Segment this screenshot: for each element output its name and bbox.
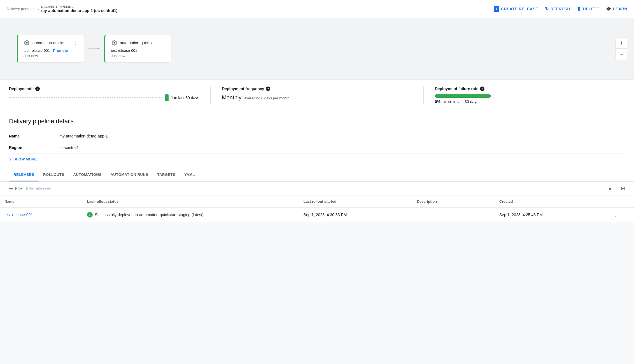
th-created[interactable]: Created ↓ xyxy=(495,195,608,208)
stat-failure: Deployment failure rate ? 0% failure in … xyxy=(424,87,625,104)
failure-text: 0% failure in last 30 days xyxy=(435,99,625,104)
filter-icon: ☰ xyxy=(9,186,13,191)
bar-solid xyxy=(165,94,169,101)
success-check-icon: ✓ xyxy=(87,212,93,218)
th-started: Last rollout started xyxy=(299,195,412,208)
delete-button[interactable]: 🗑 DELETE xyxy=(577,6,599,11)
topbar-actions: + CREATE RELEASE ↻ REFRESH 🗑 DELETE 🎓 LE… xyxy=(494,6,627,12)
stat-deployments: Deployments ? 1 in last 30 days xyxy=(9,87,211,104)
pipeline-node-0: automation-quicks... ⋮ test-release-001 … xyxy=(17,35,84,63)
tab-automations[interactable]: AUTOMATIONS xyxy=(69,168,106,181)
svg-point-7 xyxy=(113,42,115,44)
detail-value-name: my-automation-demo-app-1 xyxy=(59,130,625,142)
release-created-cell: Sep 1, 2023, 4:25:43 PM xyxy=(495,208,608,222)
detail-row-name: Name my-automation-demo-app-1 xyxy=(9,130,625,142)
delete-label: DELETE xyxy=(583,7,599,11)
tab-releases[interactable]: RELEASES xyxy=(9,168,39,181)
th-action xyxy=(608,195,634,208)
deployments-bar: 1 in last 30 days xyxy=(9,94,199,101)
zoom-out-button[interactable]: − xyxy=(616,49,627,60)
breadcrumb-current-sub: my-automation-demo-app-1 (us-central1) xyxy=(41,8,117,13)
status-text: Successfully deployed to automation-quic… xyxy=(95,213,204,217)
zoom-in-button[interactable]: + xyxy=(616,38,627,49)
frequency-help-icon[interactable]: ? xyxy=(266,87,270,91)
topbar: Delivery pipelines › DELIVERY PIPELINE m… xyxy=(0,0,634,18)
th-name: Name xyxy=(0,195,83,208)
learn-icon: 🎓 xyxy=(606,6,612,11)
plus-icon: + xyxy=(494,6,499,12)
breadcrumb-link[interactable]: Delivery pipelines xyxy=(7,7,35,11)
svg-point-2 xyxy=(26,42,28,44)
breadcrumb-separator: › xyxy=(38,6,39,11)
detail-label-region: Region xyxy=(9,142,59,153)
th-status: Last rollout status xyxy=(83,195,299,208)
failure-bar-wrap xyxy=(435,94,491,98)
tabs-bar: RELEASES ROLLOUTS AUTOMATIONS AUTOMATION… xyxy=(0,168,634,182)
chevron-down-icon: ∨ xyxy=(9,157,12,161)
refresh-icon: ↻ xyxy=(545,6,549,11)
detail-row-region: Region us-central1 xyxy=(9,142,625,153)
show-more-button[interactable]: ∨ SHOW MORE xyxy=(9,157,625,161)
zoom-controls: + − xyxy=(616,37,627,60)
filter-left: ☰ Filter Filter releases xyxy=(9,186,51,191)
node-menu-0[interactable]: ⋮ xyxy=(73,40,78,46)
pipeline-canvas: automation-quicks... ⋮ test-release-001 … xyxy=(0,18,634,80)
pipeline-arrow xyxy=(84,46,104,51)
node-release-0: test-release-001 Promote xyxy=(24,48,78,53)
bar-dotted xyxy=(9,97,163,98)
tab-targets[interactable]: TARGETS xyxy=(153,168,180,181)
node-header-0: automation-quicks... ⋮ xyxy=(24,39,78,46)
stat-frequency: Deployment frequency ? Monthly averaging… xyxy=(211,87,423,104)
filter-divider xyxy=(616,185,616,192)
column-settings-icon[interactable]: ⊞ xyxy=(621,185,625,192)
gke-icon-0 xyxy=(24,39,30,46)
create-release-button[interactable]: + CREATE RELEASE xyxy=(494,6,539,12)
th-description: Description xyxy=(412,195,495,208)
node-title-0: automation-quicks... xyxy=(32,41,67,45)
node-release-1: test-release-001 xyxy=(111,48,166,53)
frequency-main: Monthly xyxy=(222,94,241,101)
status-success: ✓ Successfully deployed to automation-qu… xyxy=(87,212,295,218)
node-title-1: automation-quicks... xyxy=(120,41,155,45)
failure-help-icon[interactable]: ? xyxy=(480,87,484,91)
pipeline-node-1: automation-quicks... ⋮ test-release-001 … xyxy=(104,35,171,63)
gke-icon-1 xyxy=(111,39,118,46)
deployments-help-icon[interactable]: ? xyxy=(35,87,40,91)
filter-help-icon[interactable]: ● xyxy=(609,186,612,192)
stat-deployments-label: Deployments ? xyxy=(9,87,199,91)
tab-rollouts[interactable]: ROLLOUTS xyxy=(39,168,69,181)
stat-frequency-label: Deployment frequency ? xyxy=(222,87,412,91)
node-title-row-0: automation-quicks... xyxy=(24,39,67,46)
stat-failure-label: Deployment failure rate ? xyxy=(435,87,625,91)
tab-automation-runs[interactable]: AUTOMATION RUNS xyxy=(106,168,153,181)
detail-value-region: us-central1 xyxy=(59,142,625,153)
detail-label-name: Name xyxy=(9,130,59,142)
stats-row: Deployments ? 1 in last 30 days Deployme… xyxy=(0,80,634,111)
node-time-0: Just now xyxy=(24,54,78,58)
failure-bar-fill xyxy=(435,94,491,98)
filter-input-placeholder[interactable]: Filter releases xyxy=(26,186,51,191)
tab-yaml[interactable]: YAML xyxy=(180,168,199,181)
release-link[interactable]: test-release-001 xyxy=(4,213,33,217)
svg-marker-4 xyxy=(98,48,100,50)
pipeline-nodes: automation-quicks... ⋮ test-release-001 … xyxy=(17,35,171,63)
show-more-label: SHOW MORE xyxy=(13,157,37,161)
filter-row: ☰ Filter Filter releases ● ⊞ xyxy=(0,182,634,195)
row-menu-icon[interactable]: ⋮ xyxy=(613,212,618,218)
delete-icon: 🗑 xyxy=(577,6,581,11)
table-row: test-release-001 ✓ Successfully deployed… xyxy=(0,208,634,222)
frequency-value: Monthly averaging 0 days per month xyxy=(222,94,412,101)
releases-table: Name Last rollout status Last rollout st… xyxy=(0,195,634,222)
release-name-cell: test-release-001 xyxy=(0,208,83,222)
node-menu-1[interactable]: ⋮ xyxy=(160,40,166,46)
promote-link-0[interactable]: Promote xyxy=(53,48,68,53)
release-status-cell: ✓ Successfully deployed to automation-qu… xyxy=(83,208,299,222)
node-release-id-0: test-release-001 xyxy=(24,48,50,53)
details-title: Delivery pipeline details xyxy=(9,118,625,125)
refresh-button[interactable]: ↻ REFRESH xyxy=(545,6,570,11)
node-release-id-1: test-release-001 xyxy=(111,48,137,53)
learn-button[interactable]: 🎓 LEARN xyxy=(606,6,627,11)
node-time-1: Just now xyxy=(111,54,166,58)
sort-arrow-icon: ↓ xyxy=(515,199,517,204)
breadcrumb-current: DELIVERY PIPELINE my-automation-demo-app… xyxy=(41,5,117,13)
